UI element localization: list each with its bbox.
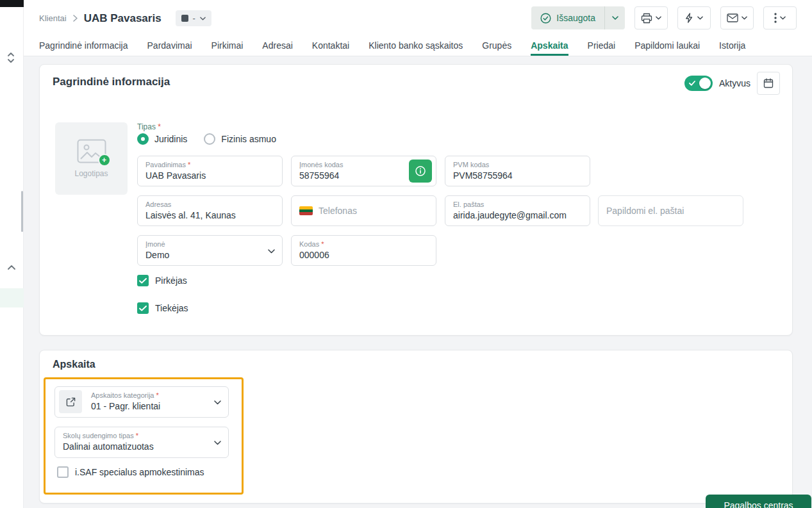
- tab-bar: Pagrindinė informacijaPardavimaiPirkimai…: [39, 37, 797, 56]
- add-logo-icon: +: [98, 154, 111, 167]
- chevron-down-icon: [697, 16, 703, 20]
- envelope-icon: [727, 13, 738, 22]
- checkbox-pirkejas[interactable]: Pirkėjas: [137, 275, 187, 286]
- tab-grupes[interactable]: Grupės: [482, 37, 511, 56]
- active-toggle[interactable]: [684, 76, 713, 91]
- company-code-info-button[interactable]: [409, 160, 432, 183]
- tab-pirkimai[interactable]: Pirkimai: [211, 37, 244, 56]
- info-icon: [415, 165, 426, 177]
- sidebar-expand-icon[interactable]: [6, 51, 16, 64]
- field-kodas[interactable]: Kodas 000006: [291, 235, 436, 266]
- field-papildomi-el-pastai[interactable]: Papildomi el. paštai: [598, 195, 743, 226]
- tab-kliento-banko-saskaitos[interactable]: Kliento banko sąskaitos: [369, 37, 463, 56]
- type-radio-group: Juridinis Fizinis asmuo: [137, 133, 276, 145]
- tab-pardavimai[interactable]: Pardavimai: [147, 37, 192, 56]
- required-asterisk: [186, 161, 190, 168]
- checkbox-checked-icon: [137, 302, 149, 314]
- chevron-down-icon: [656, 16, 661, 20]
- required-asterisk: [156, 122, 161, 131]
- logo-upload[interactable]: + Logotipas: [55, 122, 128, 195]
- kebab-icon: [774, 13, 777, 23]
- save-status-label: Išsaugota: [556, 13, 595, 23]
- toggle-knob: [699, 78, 711, 89]
- radio-fizinis-asmuo[interactable]: Fizinis asmuo: [204, 133, 276, 145]
- extra-emails-placeholder: Papildomi el. paštai: [606, 206, 684, 216]
- field-skolu-sudengimo-tipas[interactable]: Skolų sudengimo tipas Dalinai automatizu…: [54, 427, 229, 458]
- calendar-button[interactable]: [757, 72, 780, 95]
- sidebar-active-item[interactable]: [0, 288, 24, 307]
- lithuania-flag-icon[interactable]: [299, 206, 313, 215]
- client-detail-page: Klientai UAB Pavasaris - Išsaugota: [0, 0, 812, 508]
- check-icon: [689, 81, 695, 86]
- record-quick-menu[interactable]: -: [176, 10, 211, 26]
- calendar-icon: [763, 78, 774, 88]
- more-options-button[interactable]: [763, 6, 797, 29]
- tab-kontaktai[interactable]: Kontaktai: [312, 37, 349, 56]
- checkbox-isaf[interactable]: i.SAF specialus apmokestinimas: [57, 466, 204, 478]
- header: Klientai UAB Pavasaris - Išsaugota: [24, 0, 812, 56]
- lightning-icon: [685, 13, 694, 23]
- radio-unselected-icon: [204, 133, 215, 145]
- email-button[interactable]: [720, 6, 754, 29]
- chevron-down-icon: [214, 400, 221, 405]
- print-button[interactable]: [634, 6, 668, 29]
- checkbox-tiekejas[interactable]: Tiekėjas: [137, 302, 188, 314]
- printer-icon: [641, 13, 652, 24]
- page-title: UAB Pavasaris: [84, 12, 162, 25]
- chevron-down-icon: [268, 249, 275, 254]
- radio-selected-icon: [137, 133, 149, 145]
- radio-juridinis[interactable]: Juridinis: [137, 133, 187, 145]
- check-circle-icon: [540, 13, 551, 24]
- field-telefonas[interactable]: Telefonas: [291, 195, 436, 226]
- record-status-square-icon: [181, 15, 188, 22]
- chevron-down-icon: [742, 16, 747, 20]
- chevron-down-icon: [780, 16, 786, 20]
- field-apskaitos-kategorija[interactable]: Apskaitos kategorija 01 - Pagr. klientai: [54, 386, 229, 418]
- field-pavadinimas[interactable]: Pavadinimas UAB Pavasaris: [137, 156, 283, 186]
- checkbox-label: i.SAF specialus apmokestinimas: [75, 467, 204, 477]
- chevron-down-icon: [612, 16, 618, 20]
- breadcrumb: Klientai UAB Pavasaris -: [39, 0, 211, 37]
- tab-istorija[interactable]: Istorija: [719, 37, 745, 56]
- chevron-right-icon: [73, 15, 78, 22]
- left-sidebar: [0, 0, 24, 508]
- field-pvm-kodas[interactable]: PVM kodas PVM58755964: [445, 156, 590, 186]
- chevron-down-icon: [214, 441, 221, 445]
- apskaita-card: Apskaita Apskaitos kategorija 01 - Pagr.…: [39, 350, 793, 504]
- save-options-button[interactable]: [605, 6, 625, 29]
- external-link-icon: [66, 397, 76, 407]
- save-status-main[interactable]: Išsaugota: [531, 6, 604, 29]
- tab-papildomi-laukai[interactable]: Papildomi laukai: [634, 37, 700, 56]
- checkbox-unchecked-icon: [57, 466, 69, 478]
- save-status-button[interactable]: Išsaugota: [531, 6, 625, 29]
- phone-placeholder: Telefonas: [319, 206, 357, 216]
- general-card-controls: Aktyvus: [684, 72, 780, 95]
- apskaita-card-title: Apskaita: [53, 359, 95, 370]
- field-el-pastas[interactable]: El. paštas airida.jaudegyte@gmail.com: [445, 195, 590, 226]
- open-category-button[interactable]: [59, 390, 82, 413]
- checkbox-label: Pirkėjas: [155, 275, 187, 286]
- chevron-down-icon: [200, 17, 206, 20]
- tab-apskaita[interactable]: Apskaita: [531, 37, 568, 56]
- header-actions: Išsaugota: [531, 6, 797, 29]
- logo-label: Logotipas: [74, 169, 108, 178]
- quick-actions-button[interactable]: [677, 6, 711, 29]
- tab-priedai[interactable]: Priedai: [588, 37, 616, 56]
- field-adresas[interactable]: Adresas Laisvės al. 41, Kaunas: [137, 195, 283, 226]
- radio-label: Juridinis: [154, 134, 187, 144]
- type-label: Tipas: [137, 122, 161, 131]
- sidebar-logo-block: [0, 0, 24, 7]
- required-asterisk: [154, 391, 158, 399]
- tab-adresai[interactable]: Adresai: [262, 37, 292, 56]
- record-quick-value: -: [193, 13, 195, 23]
- sidebar-scrollbar[interactable]: [21, 191, 23, 232]
- checkbox-checked-icon: [137, 275, 149, 286]
- active-toggle-label: Aktyvus: [719, 78, 750, 88]
- help-center-button[interactable]: Pagalbos centras: [706, 495, 811, 508]
- radio-label: Fizinis asmuo: [221, 134, 276, 144]
- breadcrumb-section[interactable]: Klientai: [39, 13, 67, 23]
- tab-pagrindine-informacija[interactable]: Pagrindinė informacija: [39, 37, 128, 56]
- field-imone[interactable]: Įmonė Demo: [137, 235, 283, 266]
- required-asterisk: [319, 240, 324, 248]
- sidebar-collapse-icon[interactable]: [8, 265, 15, 270]
